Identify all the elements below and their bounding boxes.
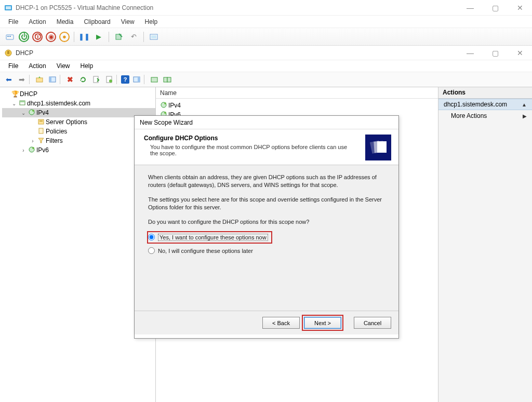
- radio-yes[interactable]: [148, 234, 155, 240]
- enhanced-session-icon[interactable]: [148, 31, 159, 43]
- vm-close-button[interactable]: ✕: [512, 4, 528, 12]
- svg-rect-12: [49, 77, 51, 82]
- delete-icon[interactable]: ✖: [64, 74, 76, 85]
- vm-menubar: File Action Media Clipboard View Help: [0, 16, 532, 28]
- cancel-button[interactable]: Cancel: [354, 317, 391, 329]
- svg-rect-17: [138, 77, 140, 82]
- chevron-right-icon[interactable]: ›: [29, 138, 36, 144]
- ctrl-alt-del-icon[interactable]: [4, 31, 16, 43]
- tree-ipv6[interactable]: › IPv6: [2, 145, 155, 155]
- turnoff-icon[interactable]: ⏼: [32, 32, 43, 42]
- svg-point-29: [32, 147, 34, 149]
- filters-icon: [36, 137, 46, 145]
- list-item[interactable]: IPv4: [159, 101, 435, 110]
- chevron-down-icon[interactable]: ⌄: [20, 110, 27, 116]
- new-scope-wizard-dialog: New Scope Wizard Configure DHCP Options …: [134, 115, 399, 339]
- chevron-down-icon[interactable]: ⌄: [10, 101, 18, 106]
- radio-no-row[interactable]: No, I will configure these options later: [148, 246, 385, 256]
- chevron-up-icon: ▲: [522, 102, 527, 108]
- refresh-icon[interactable]: [77, 74, 89, 85]
- actions-server-row[interactable]: dhcp1.sistemdesk.com ▲: [438, 99, 532, 110]
- tree-label: DHCP: [20, 90, 37, 98]
- vm-minimize-button[interactable]: —: [462, 4, 478, 12]
- server-icon: [18, 99, 27, 108]
- dhcp-menu-help[interactable]: Help: [76, 61, 98, 71]
- scope-icon[interactable]: [149, 74, 160, 85]
- tree-pane[interactable]: 🏆 DHCP ⌄ dhcp1.sistemdesk.com ⌄ IPv4 Ser…: [0, 87, 156, 402]
- dhcp-titlebar: DHCP — ▢ ✕: [0, 46, 532, 60]
- chevron-right-icon[interactable]: ›: [20, 148, 27, 153]
- save-icon[interactable]: ●: [59, 32, 70, 42]
- svg-point-24: [32, 110, 34, 112]
- dhcp-app-icon: [4, 49, 12, 57]
- forward-icon[interactable]: ➡: [16, 74, 28, 85]
- vm-menu-file[interactable]: File: [4, 17, 22, 26]
- properties-icon[interactable]: [103, 74, 115, 85]
- tree-server-options[interactable]: Server Options: [2, 117, 155, 127]
- toolbar-separator: [29, 75, 32, 84]
- wizard-text-2: The settings you select here are for thi…: [148, 196, 385, 212]
- vm-title: DHCP-1 on PC5525 - Virtual Machine Conne…: [16, 4, 153, 11]
- svg-rect-18: [151, 77, 157, 82]
- next-button[interactable]: Next >: [304, 317, 341, 329]
- radio-no[interactable]: [148, 247, 155, 254]
- reset-icon[interactable]: ▶: [93, 31, 104, 43]
- server-add-icon[interactable]: [162, 74, 173, 85]
- svg-rect-19: [164, 77, 167, 82]
- vm-menu-help[interactable]: Help: [141, 17, 162, 26]
- tree-root-dhcp[interactable]: 🏆 DHCP: [2, 89, 155, 99]
- dhcp-menu-file[interactable]: File: [4, 61, 22, 71]
- vm-menu-clipboard[interactable]: Clipboard: [79, 17, 114, 26]
- svg-rect-20: [167, 77, 171, 82]
- wizard-body: When clients obtain an address, they are…: [135, 165, 398, 311]
- dhcp-maximize-button[interactable]: ▢: [487, 49, 503, 57]
- show-hide-action-icon[interactable]: [131, 74, 142, 85]
- dhcp-toolbar: ⬅ ➡ ✖ ?: [0, 72, 532, 87]
- dhcp-close-button[interactable]: ✕: [512, 49, 528, 57]
- actions-more-row[interactable]: More Actions ▶: [438, 110, 532, 122]
- ipv4-icon: [159, 101, 168, 110]
- tree-policies[interactable]: Policies: [2, 127, 155, 136]
- show-hide-tree-icon[interactable]: [47, 74, 58, 85]
- wizard-subheading: You have to configure the most common DH…: [144, 144, 365, 156]
- checkpoint-icon[interactable]: [113, 31, 125, 43]
- ipv4-icon: [27, 109, 36, 117]
- wizard-text-1: When clients obtain an address, they are…: [148, 173, 385, 190]
- shutdown-icon[interactable]: ◉: [46, 32, 56, 42]
- up-icon[interactable]: [34, 74, 45, 85]
- dhcp-minimize-button[interactable]: —: [462, 49, 478, 57]
- toolbar-separator: [143, 32, 144, 42]
- svg-rect-4: [9, 36, 11, 37]
- dhcp-menubar: File Action View Help: [0, 60, 532, 72]
- vm-menu-action[interactable]: Action: [24, 17, 50, 26]
- wizard-heading: Configure DHCP Options: [144, 135, 365, 142]
- tree-server[interactable]: ⌄ dhcp1.sistemdesk.com: [2, 99, 155, 108]
- list-column-name[interactable]: Name: [156, 87, 438, 99]
- radio-yes-row[interactable]: Yes, I want to configure these options n…: [148, 232, 271, 243]
- back-button[interactable]: < Back: [262, 317, 300, 329]
- wizard-text-3: Do you want to configure the DHCP option…: [148, 218, 385, 226]
- vm-menu-media[interactable]: Media: [52, 17, 78, 26]
- vm-menu-view[interactable]: View: [117, 17, 139, 26]
- vm-maximize-button[interactable]: ▢: [487, 4, 503, 12]
- dhcp-menu-view[interactable]: View: [52, 61, 74, 71]
- server-options-icon: [36, 118, 46, 127]
- tree-ipv4[interactable]: ⌄ IPv4: [2, 108, 155, 117]
- svg-point-31: [164, 102, 166, 104]
- toolbar-separator: [109, 32, 109, 42]
- help-icon[interactable]: ?: [121, 75, 129, 84]
- vm-app-icon: [4, 4, 12, 12]
- start-icon[interactable]: ⏻: [19, 32, 29, 42]
- radio-no-label: No, I will configure these options later: [158, 248, 253, 254]
- wizard-footer: < Back Next > Cancel: [135, 311, 398, 334]
- back-icon[interactable]: ⬅: [3, 74, 15, 85]
- tree-filters[interactable]: › Filters: [2, 136, 155, 145]
- export-icon[interactable]: [90, 74, 102, 85]
- pause-icon[interactable]: ❚❚: [78, 31, 90, 43]
- vm-toolbar: ⏻ ⏼ ◉ ● ❚❚ ▶ ↶: [0, 28, 532, 46]
- revert-icon[interactable]: ↶: [128, 31, 139, 43]
- tree-label: Server Options: [46, 118, 87, 126]
- tree-label: dhcp1.sistemdesk.com: [27, 100, 90, 107]
- dhcp-menu-action[interactable]: Action: [24, 61, 50, 71]
- wizard-title: New Scope Wizard: [135, 116, 398, 129]
